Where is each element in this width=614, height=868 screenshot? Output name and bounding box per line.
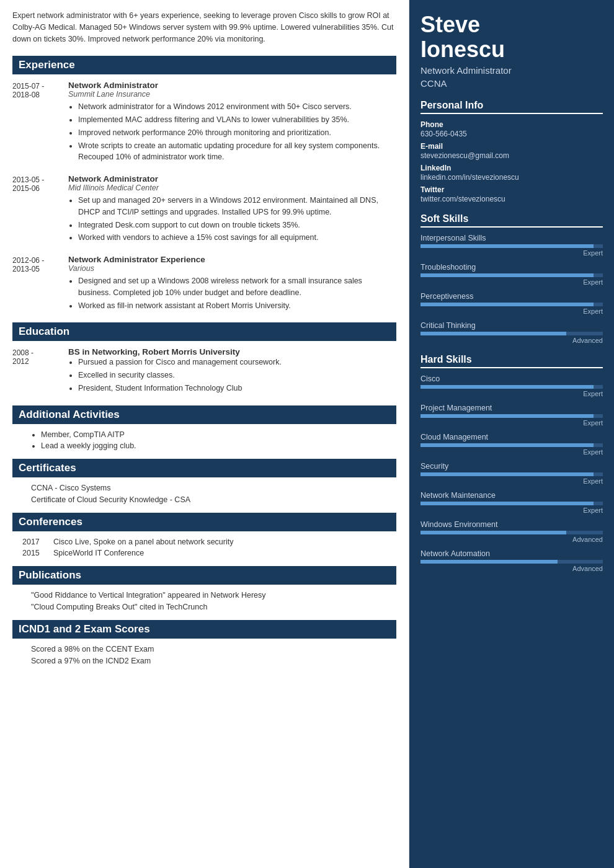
skill-bar-bg [420,443,603,447]
skill-bar-bg [420,531,603,534]
skill-bar-bg [420,385,603,389]
bullet-item: Worked as fill-in network assistant at R… [78,300,396,312]
entry-date: 2015-07 - 2018-08 [12,81,68,164]
entry-row: 2015-07 - 2018-08Network AdministratorSu… [12,81,396,164]
skill-bar-fill [420,531,566,534]
certificate-item: Certificate of Cloud Security Knowledge … [12,495,396,504]
skill-level: Expert [420,390,603,397]
entry-bullets: Set up and managed 20+ servers in a Wind… [68,195,396,244]
publication-item: "Good Riddance to Vertical Integration" … [12,591,396,600]
skill-bar-fill [420,273,594,277]
certificate-item: CCNA - Cisco Systems [12,484,396,492]
skill-item: Cloud ManagementExpert [420,433,603,456]
conference-item: 2017Cisco Live, Spoke on a panel about n… [12,538,396,546]
skill-name: Critical Thinking [420,321,603,330]
info-label: Twitter [420,185,603,194]
job-title: Network AdministratorCCNA [420,64,603,90]
certificates-section: Certificates CCNA - Cisco SystemsCertifi… [12,459,396,504]
certificates-header: Certificates [12,459,396,477]
left-column: Expert network administrator with 6+ yea… [0,0,409,868]
publication-list: "Good Riddance to Vertical Integration" … [12,591,396,611]
conference-year: 2017 [22,538,53,546]
conferences-section: Conferences 2017Cisco Live, Spoke on a p… [12,513,396,557]
personal-info-fields: Phone630-566-0435E-mailstevezionescu@gma… [420,120,603,203]
conference-year: 2015 [22,549,53,557]
soft-skills-list: Interpersonal SkillsExpertTroubleshootin… [420,234,603,344]
skill-bar-fill [420,385,594,389]
publication-item: "Cloud Computing Breaks Out" cited in Te… [12,603,396,611]
skill-item: Critical ThinkingAdvanced [420,321,603,344]
skill-level: Advanced [420,337,603,344]
education-section: Education 2008 - 2012BS in Networking, R… [12,322,396,395]
skill-item: PerceptivenessExpert [420,292,603,315]
skill-bar-bg [420,244,603,248]
entry-content: Network Administrator ExperienceVariousD… [68,255,396,312]
entry-subtitle: Various [68,264,396,273]
hard-skills-list: CiscoExpertProject ManagementExpertCloud… [420,374,603,572]
skill-level: Expert [420,249,603,257]
additional-list: Member, CompTIA AITPLead a weekly joggin… [12,430,396,450]
first-name: Steve [420,12,603,37]
conferences-header: Conferences [12,513,396,531]
info-label: E-mail [420,142,603,151]
icnd-section: ICND1 and 2 Exam Scores Scored a 98% on … [12,620,396,665]
bullet-item: Wrote scripts to create an automatic upd… [78,140,396,164]
skill-bar-bg [420,414,603,418]
icnd-item: Scored a 97% on the ICND2 Exam [12,657,396,665]
skill-level: Expert [420,507,603,514]
bullet-item: Designed and set up a Windows 2008 wirel… [78,275,396,299]
info-value: twitter.com/stevezionescu [420,195,603,203]
name-block: Steve Ionescu Network AdministratorCCNA [420,12,603,90]
skill-item: Project ManagementExpert [420,404,603,427]
skill-name: Network Automation [420,549,603,558]
entry-bullets: Designed and set up a Windows 2008 wirel… [68,275,396,311]
bullet-item: Improved network performance 20% through… [78,127,396,139]
skill-name: Cloud Management [420,433,603,441]
summary-text: Expert network administrator with 6+ yea… [12,10,396,45]
skill-item: Interpersonal SkillsExpert [420,234,603,257]
resume-container: Expert network administrator with 6+ yea… [0,0,614,868]
hard-skills-header: Hard Skills [420,354,603,368]
entry-row: 2008 - 2012BS in Networking, Robert Morr… [12,347,396,395]
entry-bullets: Pursued a passion for Cisco and manageme… [68,356,396,394]
icnd-item: Scored a 98% on the CCENT Exam [12,645,396,653]
skill-name: Security [420,462,603,471]
conference-item: 2015SpiceWorld IT Conference [12,549,396,557]
skill-bar-fill [420,244,594,248]
personal-info-header: Personal Info [420,100,603,114]
bullet-item: Excelled in security classes. [78,370,396,381]
education-entries: 2008 - 2012BS in Networking, Robert Morr… [12,347,396,395]
skill-item: Network AutomationAdvanced [420,549,603,572]
entry-subtitle: Summit Lane Insurance [68,90,396,99]
bullet-item: Integrated Desk.com support to cut down … [78,219,396,231]
entry-content: Network AdministratorSummit Lane Insuran… [68,81,396,164]
additional-item: Member, CompTIA AITP [41,430,396,439]
bullet-item: Implemented MAC address filtering and VL… [78,114,396,126]
skill-name: Cisco [420,374,603,383]
skill-bar-bg [420,273,603,277]
info-value: 630-566-0435 [420,130,603,138]
icnd-header: ICND1 and 2 Exam Scores [12,620,396,639]
skill-name: Network Maintenance [420,491,603,500]
skill-name: Perceptiveness [420,292,603,301]
skill-bar-fill [420,414,594,418]
entry-title: Network Administrator Experience [68,255,396,264]
info-value: linkedin.com/in/stevezionescu [420,173,603,182]
right-column: Steve Ionescu Network AdministratorCCNA … [409,0,614,868]
skill-bar-bg [420,303,603,306]
entry-date: 2008 - 2012 [12,347,68,395]
skill-bar-bg [420,332,603,335]
skill-bar-fill [420,560,558,564]
info-label: Phone [420,120,603,129]
skill-bar-bg [420,502,603,505]
entry-title: Network Administrator [68,174,396,184]
entry-date: 2013-05 - 2015-06 [12,174,68,245]
skill-bar-fill [420,502,594,505]
additional-header: Additional Activities [12,405,396,424]
skill-bar-fill [420,332,566,335]
entry-content: BS in Networking, Robert Morris Universi… [68,347,396,395]
info-label: LinkedIn [420,164,603,172]
skill-bar-fill [420,472,594,476]
skill-name: Windows Environment [420,520,603,529]
conference-desc: SpiceWorld IT Conference [53,549,396,557]
